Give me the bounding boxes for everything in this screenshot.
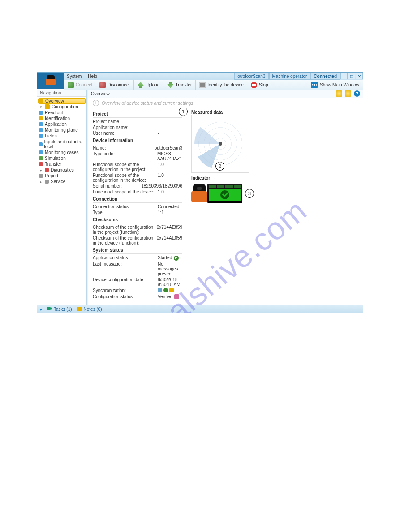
nav-readout[interactable]: Read out bbox=[37, 110, 86, 116]
title-chips: outdoorScan3 Machine operator Connected … bbox=[234, 73, 363, 80]
nav-diagnostics[interactable]: ▸Diagnostics bbox=[37, 167, 86, 173]
value: 8/30/2018 9:50:18 AM bbox=[158, 277, 182, 287]
label: Functional scope of the configuration in… bbox=[93, 173, 158, 183]
window-minimize[interactable]: — bbox=[340, 73, 348, 79]
indicator-title: Indicator bbox=[191, 176, 358, 180]
nav-identification[interactable]: Identification bbox=[37, 116, 86, 121]
stop-button[interactable]: Stop bbox=[247, 80, 272, 90]
nav-report[interactable]: Report bbox=[37, 173, 86, 179]
connect-button: Connect bbox=[64, 80, 96, 90]
app-logo bbox=[37, 73, 64, 89]
label: Type code: bbox=[93, 151, 157, 161]
upload-button[interactable]: Upload bbox=[133, 80, 163, 90]
transfer-button[interactable]: Transfer bbox=[163, 80, 195, 90]
nav-fields[interactable]: Fields bbox=[37, 133, 86, 139]
value: 1.0 bbox=[158, 173, 182, 183]
nav-transfer[interactable]: Transfer bbox=[37, 161, 86, 167]
navigation-tree: Overview ▾ Configuration Read out Identi… bbox=[37, 97, 86, 186]
value: - bbox=[158, 131, 182, 136]
chip-device: outdoorScan3 bbox=[234, 73, 268, 80]
label: User name bbox=[93, 131, 158, 136]
callout-2: 2 bbox=[215, 162, 224, 171]
taskbar-expand-icon[interactable]: ▸ bbox=[40, 307, 42, 312]
dot-icon bbox=[39, 116, 43, 120]
report-icon bbox=[39, 174, 43, 178]
expand-icon[interactable]: ▸ bbox=[39, 180, 43, 184]
dot-icon bbox=[39, 142, 43, 146]
identify-button[interactable]: Identify the device bbox=[195, 80, 247, 90]
disconnect-button[interactable]: Disconnect bbox=[96, 80, 133, 90]
label: Functional scope of the configuration in… bbox=[93, 162, 158, 172]
value bbox=[158, 288, 182, 293]
nav-application[interactable]: Application bbox=[37, 121, 86, 127]
play-icon bbox=[174, 256, 179, 261]
label: Application name: bbox=[93, 125, 158, 130]
nav-io[interactable]: Inputs and outputs, local bbox=[37, 139, 86, 150]
value: Connected bbox=[158, 204, 182, 209]
measured-data-title: Measured data bbox=[191, 110, 358, 115]
label: Synchronization: bbox=[93, 288, 158, 293]
expand-icon[interactable]: ▾ bbox=[39, 105, 43, 109]
verified-icon bbox=[174, 294, 179, 299]
dot-icon bbox=[39, 122, 43, 126]
nav-monitoring-cases[interactable]: Monitoring cases bbox=[37, 150, 86, 155]
flag-icon bbox=[47, 307, 52, 311]
content-title: Overview bbox=[91, 91, 110, 96]
toolbar: Connect Disconnect Upload Transfer Ident… bbox=[64, 80, 363, 90]
label: Application status bbox=[93, 255, 158, 261]
disconnect-icon bbox=[99, 82, 106, 88]
menubar: System Help bbox=[64, 73, 234, 80]
dot-icon bbox=[39, 134, 43, 138]
stop-icon bbox=[251, 82, 257, 88]
value: 1.0 bbox=[158, 162, 182, 172]
service-icon bbox=[45, 180, 49, 184]
page-rule-top bbox=[37, 27, 363, 27]
label: Checksum of the configuration in the dev… bbox=[93, 236, 157, 245]
value: 0x714AE859 bbox=[157, 225, 182, 235]
menu-system[interactable]: System bbox=[67, 74, 82, 79]
header-action-1-icon[interactable] bbox=[336, 90, 342, 97]
notes-button[interactable]: Notes (0) bbox=[77, 307, 102, 312]
navigation-header: Navigation bbox=[37, 90, 86, 97]
value: outdoorScan3 bbox=[155, 146, 182, 150]
check-icon bbox=[220, 190, 229, 199]
label: Device configuration date: bbox=[93, 277, 158, 287]
transfer-icon bbox=[167, 82, 173, 88]
section-connection: Connection bbox=[93, 195, 182, 203]
nav-simulation[interactable]: Simulation bbox=[37, 155, 86, 161]
sd-icon: SD bbox=[311, 82, 318, 88]
navigation-panel: Navigation Overview ▾ Configuration Read… bbox=[37, 90, 87, 305]
value: 18290396/18290396 bbox=[141, 184, 182, 189]
label: Functional scope of the device: bbox=[93, 189, 158, 194]
help-icon[interactable]: ? bbox=[354, 90, 360, 97]
dot-icon bbox=[39, 156, 43, 160]
nav-overview[interactable]: Overview bbox=[38, 98, 86, 104]
value: - bbox=[158, 125, 182, 130]
overview-icon bbox=[39, 99, 43, 103]
value: 0x714AE859 bbox=[157, 236, 182, 245]
chip-role: Machine operator bbox=[269, 73, 310, 80]
nav-configuration[interactable]: ▾ Configuration bbox=[37, 104, 86, 110]
nav-monitoring-plane[interactable]: Monitoring plane bbox=[37, 127, 86, 133]
window-maximize[interactable]: □ bbox=[348, 73, 355, 79]
header-action-2-icon[interactable] bbox=[345, 90, 351, 97]
label: Serial number: bbox=[93, 184, 141, 189]
tasks-button[interactable]: Tasks (1) bbox=[47, 307, 72, 312]
show-main-window-button[interactable]: SD Show Main Window bbox=[307, 80, 363, 90]
diagnostics-icon bbox=[45, 168, 49, 172]
label: Name: bbox=[93, 146, 155, 150]
label: Checksum of the configuration in the pro… bbox=[93, 225, 157, 235]
configuration-icon bbox=[45, 104, 50, 109]
value: 1.0 bbox=[158, 189, 182, 194]
sync-icon-3 bbox=[169, 288, 174, 292]
section-system-status: System status bbox=[93, 246, 182, 254]
status-display bbox=[207, 184, 242, 203]
note-icon bbox=[77, 307, 82, 311]
section-device-info: Device information bbox=[93, 136, 182, 144]
nav-service[interactable]: ▸Service bbox=[37, 179, 86, 184]
section-project: Project bbox=[93, 110, 182, 118]
expand-icon[interactable]: ▸ bbox=[39, 168, 43, 172]
window-close[interactable]: ✕ bbox=[356, 73, 363, 79]
dot-icon bbox=[39, 150, 43, 154]
menu-help[interactable]: Help bbox=[88, 74, 97, 79]
